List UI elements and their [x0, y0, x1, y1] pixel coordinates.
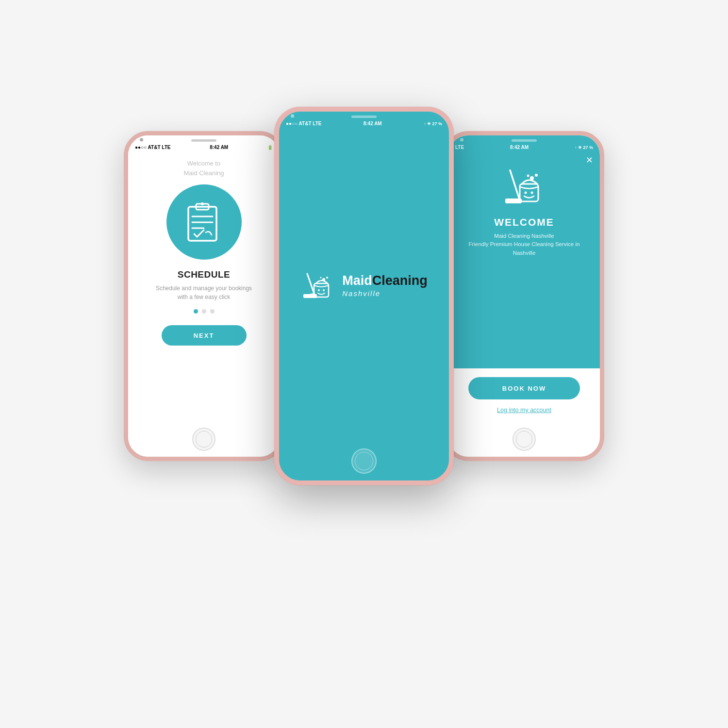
book-now-button[interactable]: BOOK NOW: [468, 377, 580, 399]
schedule-title: SCHEDULE: [178, 269, 231, 280]
schedule-circle-icon: [166, 184, 242, 260]
svg-point-15: [530, 176, 534, 180]
center-status-right: ↑ ✳ 27 %: [424, 121, 442, 126]
schedule-svg-icon: [184, 201, 223, 244]
next-button[interactable]: NEXT: [162, 325, 247, 346]
left-phone-camera: [140, 138, 143, 141]
pagination-dots: [194, 309, 215, 314]
welcome-line2: Friendly Premium House Cleaning Service …: [469, 240, 580, 248]
dot-1: [194, 309, 198, 314]
center-phone-camera: [291, 114, 294, 117]
log-in-text: Log into my account: [497, 407, 551, 414]
phones-showcase: ●●○○ AT&T LTE 8:42 AM 🔋 Welcome to Maid …: [97, 73, 631, 655]
welcome-title: WELCOME: [494, 216, 554, 228]
cleaning-icon: [501, 164, 547, 210]
schedule-desc: Schedule and manage your bookings with a…: [155, 284, 252, 301]
svg-rect-14: [520, 184, 538, 201]
welcome-text: Welcome to Maid Cleaning: [183, 159, 224, 178]
logo-maid: Maid: [342, 273, 372, 288]
book-now-label: BOOK NOW: [502, 385, 546, 392]
center-time: 8:42 AM: [364, 121, 382, 126]
center-carrier: ●●○○ AT&T LTE: [286, 121, 321, 126]
logo-nashville: Nashville: [342, 289, 428, 298]
logo-area: Maid Cleaning Nashville: [300, 268, 428, 303]
close-icon: ✕: [586, 155, 593, 165]
welcome-desc: Maid Cleaning Nashville Friendly Premium…: [469, 232, 580, 257]
right-phone-camera: [460, 138, 463, 141]
left-phone-speaker: [191, 139, 216, 142]
right-home-button[interactable]: [448, 423, 600, 457]
right-phone-speaker: [512, 139, 537, 142]
logo-icon: [300, 268, 335, 303]
svg-point-16: [535, 174, 538, 177]
svg-point-2: [201, 202, 204, 205]
welcome-line3: Nashville: [469, 249, 580, 257]
logo-cleaning: Cleaning: [372, 273, 428, 288]
right-status-right: ↑ ✳ 27 %: [575, 145, 593, 150]
svg-point-18: [524, 192, 527, 194]
svg-point-8: [326, 277, 328, 279]
right-carrier: LTE: [455, 145, 464, 150]
center-phone: ●●○○ AT&T LTE 8:42 AM ↑ ✳ 27 %: [274, 107, 454, 485]
svg-point-19: [530, 192, 533, 194]
svg-rect-0: [188, 207, 216, 241]
left-battery: 🔋: [267, 145, 273, 150]
svg-point-10: [318, 289, 320, 291]
left-screen-content: Welcome to Maid Cleaning: [128, 152, 280, 423]
next-btn-label: NEXT: [194, 332, 215, 339]
dot-3: [210, 309, 215, 314]
center-splash-content: Maid Cleaning Nashville: [279, 128, 449, 443]
svg-point-9: [320, 277, 322, 279]
center-home-button[interactable]: [279, 443, 449, 480]
right-bottom-section: BOOK NOW Log into my account: [448, 368, 600, 423]
right-phone: LTE 8:42 AM ↑ ✳ 27 % ✕: [444, 131, 604, 461]
log-in-link[interactable]: Log into my account: [497, 405, 551, 414]
center-phone-speaker: [351, 116, 377, 118]
right-status-bar: LTE 8:42 AM ↑ ✳ 27 %: [448, 144, 600, 152]
welcome-line1: Maid Cleaning Nashville: [469, 232, 580, 240]
logo-text: Maid Cleaning Nashville: [342, 273, 428, 298]
center-status-bar: ●●○○ AT&T LTE 8:42 AM ↑ ✳ 27 %: [279, 120, 449, 128]
right-top-section: ✕: [448, 152, 600, 368]
svg-point-11: [323, 289, 325, 291]
left-home-button[interactable]: [128, 423, 280, 457]
left-time: 8:42 AM: [210, 145, 228, 150]
svg-rect-21: [505, 199, 522, 203]
svg-line-20: [510, 170, 520, 200]
left-status-bar: ●●○○ AT&T LTE 8:42 AM 🔋: [128, 144, 280, 152]
close-button[interactable]: ✕: [586, 155, 593, 165]
svg-rect-13: [303, 294, 317, 298]
right-time: 8:42 AM: [510, 145, 529, 150]
left-phone: ●●○○ AT&T LTE 8:42 AM 🔋 Welcome to Maid …: [124, 131, 284, 461]
left-carrier: ●●○○ AT&T LTE: [135, 145, 170, 150]
svg-point-17: [527, 175, 529, 177]
dot-2: [202, 309, 206, 314]
svg-point-7: [322, 278, 325, 281]
